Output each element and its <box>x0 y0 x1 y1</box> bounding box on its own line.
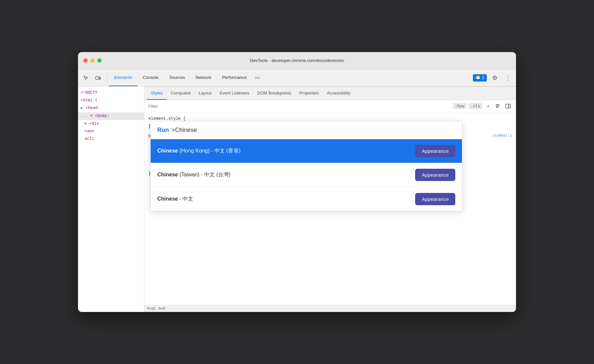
toolbar-icons <box>81 73 108 83</box>
tab-dom-breakpoints[interactable]: DOM Breakpoints <box>253 87 295 100</box>
traffic-lights <box>83 58 102 63</box>
tree-line: <!DOCTY <box>78 89 144 97</box>
command-item-text: Chinese - 中文 <box>157 196 415 203</box>
inspector-icon[interactable] <box>81 73 91 83</box>
title-bar: DevTools - developer.chrome.com/docs/dev… <box>78 52 516 69</box>
tab-sources[interactable]: Sources <box>164 69 190 86</box>
tab-styles[interactable]: Styles <box>147 87 167 100</box>
svg-rect-2 <box>496 104 499 105</box>
run-label: Run <box>157 127 169 134</box>
svg-rect-0 <box>96 77 99 79</box>
hov-button[interactable]: :hov <box>453 103 467 109</box>
devtools-window: DevTools - developer.chrome.com/docs/dev… <box>78 52 516 312</box>
tab-accessibility[interactable]: Accessibility <box>323 87 354 100</box>
appearance-button-2[interactable]: Appearance <box>415 169 455 181</box>
svg-rect-1 <box>99 77 101 79</box>
new-style-rule-button[interactable] <box>494 102 502 110</box>
breadcrumb-bar: html bod <box>144 305 516 312</box>
tab-properties[interactable]: Properties <box>295 87 323 100</box>
tab-computed[interactable]: Computed <box>167 87 194 100</box>
tab-elements[interactable]: Elements <box>109 69 137 86</box>
more-options-button[interactable]: ⋮ <box>503 73 513 83</box>
appearance-button-1[interactable]: Appearance <box>415 145 455 157</box>
tree-line[interactable]: ▶ <head: <box>78 104 144 112</box>
add-style-button[interactable]: + <box>484 102 492 110</box>
main-content: <!DOCTY <html l ▶ <head: ... ▼ <body: ▶ … <box>78 87 516 312</box>
cls-button[interactable]: .cls <box>469 103 482 109</box>
more-tabs-button[interactable]: >> <box>252 69 262 86</box>
filter-input[interactable] <box>148 104 450 109</box>
tab-console[interactable]: Console <box>137 69 164 86</box>
command-item-chinese-hong-kong[interactable]: Chinese (Hong Kong) - 中文 (香港) Appearance <box>151 139 462 163</box>
css-source[interactable]: (index):1 <box>492 133 512 139</box>
appearance-button-3[interactable]: Appearance <box>415 193 455 205</box>
tree-line[interactable]: ▶ <div <box>78 120 144 128</box>
command-item-text: Chinese (Taiwan) - 中文 (台灣) <box>157 171 415 178</box>
svg-rect-4 <box>496 107 498 108</box>
styles-filter-bar: :hov .cls + <box>144 100 516 112</box>
device-toggle-icon[interactable] <box>93 73 103 83</box>
tab-event-listeners[interactable]: Event Listeners <box>215 87 253 100</box>
notification-icon: 💬 <box>476 76 481 80</box>
toolbar-right: 💬 1 ⚙ ⋮ <box>473 73 513 83</box>
command-item-rest: (Hong Kong) - 中文 (香港) <box>180 148 241 153</box>
window-title: DevTools - developer.chrome.com/docs/dev… <box>250 58 344 63</box>
command-query: >Chinese <box>172 127 197 134</box>
tree-line-body[interactable]: ... ▼ <body: <box>78 112 144 120</box>
tab-layout[interactable]: Layout <box>194 87 215 100</box>
tabs-container: Elements Console Sources Network Perform… <box>109 69 473 86</box>
maximize-button[interactable] <box>97 58 102 63</box>
command-item-text: Chinese (Hong Kong) - 中文 (香港) <box>157 148 415 154</box>
command-item-chinese[interactable]: Chinese - 中文 Appearance <box>151 187 462 211</box>
devtools-toolbar: Elements Console Sources Network Perform… <box>78 69 516 87</box>
tab-network[interactable]: Network <box>190 69 217 86</box>
command-item-bold: Chinese <box>157 148 178 153</box>
command-palette: Run >Chinese Chinese (Hong Kong) - 中文 (香… <box>150 121 462 211</box>
command-item-bold: Chinese <box>157 196 178 202</box>
settings-button[interactable]: ⚙ <box>489 73 500 83</box>
command-input-row: Run >Chinese <box>151 121 462 139</box>
svg-rect-3 <box>496 106 499 106</box>
command-item-rest: (Taiwan) - 中文 (台灣) <box>180 172 231 177</box>
tab-performance[interactable]: Performance <box>217 69 252 86</box>
notification-count: 1 <box>482 76 484 80</box>
elements-panel: <!DOCTY <html l ▶ <head: ... ▼ <body: ▶ … <box>78 87 144 312</box>
tree-line: acti <box>78 135 144 143</box>
command-item-chinese-taiwan[interactable]: Chinese (Taiwan) - 中文 (台灣) Appearance <box>151 163 462 187</box>
breadcrumb-body[interactable]: bod <box>158 307 165 311</box>
notification-badge[interactable]: 💬 1 <box>473 74 487 82</box>
close-button[interactable] <box>83 58 88 63</box>
styles-tabs: Styles Computed Layout Event Listeners D… <box>144 87 516 100</box>
tree-line[interactable]: <ann <box>78 128 144 135</box>
filter-actions: :hov .cls + <box>453 102 512 110</box>
tree-line[interactable]: <html l <box>78 97 144 104</box>
toggle-sidebar-button[interactable] <box>504 102 512 110</box>
minimize-button[interactable] <box>90 58 95 63</box>
command-item-rest: - 中文 <box>180 196 193 202</box>
command-item-bold: Chinese <box>157 172 178 177</box>
breadcrumb-html[interactable]: html <box>147 307 156 311</box>
